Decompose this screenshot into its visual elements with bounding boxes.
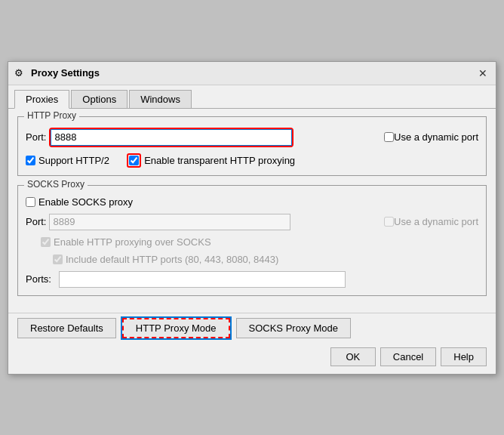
http-port-input-wrapper [49, 128, 293, 147]
support-http2-checkbox[interactable] [26, 156, 35, 165]
http-proxy-content: Port: Use a dynamic port Support HTTP/2 [26, 128, 478, 168]
support-http2-label[interactable]: Support HTTP/2 [26, 155, 109, 166]
socks-dynamic-port-checkbox[interactable] [384, 217, 394, 227]
restore-defaults-button[interactable]: Restore Defaults [17, 318, 116, 338]
proxy-settings-window: ⚙ Proxy Settings ✕ Proxies Options Windo… [8, 61, 496, 375]
socks-port-label: Port: [26, 216, 46, 227]
socks-ports-label: Ports: [26, 273, 51, 285]
tab-options[interactable]: Options [71, 90, 128, 108]
socks-dynamic-port: Use a dynamic port [384, 216, 478, 227]
tab-bar: Proxies Options Windows [8, 85, 496, 109]
socks-proxy-content: Enable SOCKS proxy Port: Use a dynamic p… [26, 196, 478, 288]
window-title: Proxy Settings [31, 67, 100, 79]
socks-port-row: Port: Use a dynamic port [26, 214, 478, 230]
tab-windows[interactable]: Windows [129, 90, 192, 108]
socks-ports-row: Ports: [26, 271, 478, 288]
window-icon: ⚙ [14, 67, 26, 79]
socks-ports-input[interactable] [59, 271, 346, 288]
http-dynamic-port-label: Use a dynamic port [394, 131, 478, 143]
dialog-buttons-bar: OK Cancel Help [8, 343, 496, 374]
socks-proxy-mode-button[interactable]: SOCKS Proxy Mode [236, 318, 352, 338]
http-dynamic-port-checkbox[interactable] [384, 132, 394, 142]
ok-button[interactable]: OK [330, 347, 376, 366]
tab-proxies[interactable]: Proxies [14, 90, 69, 109]
enable-http-socks-row: Enable HTTP proxying over SOCKS [41, 236, 478, 248]
close-button[interactable]: ✕ [476, 66, 490, 80]
enable-http-socks-label[interactable]: Enable HTTP proxying over SOCKS [41, 236, 211, 248]
socks-dynamic-port-label: Use a dynamic port [394, 216, 478, 227]
http-dynamic-port: Use a dynamic port [384, 131, 478, 143]
socks-proxy-label: SOCKS Proxy [24, 179, 88, 190]
help-button[interactable]: Help [441, 347, 487, 366]
cancel-button[interactable]: Cancel [380, 347, 436, 366]
http-proxy-group: HTTP Proxy Port: Use a dynamic port [17, 116, 487, 176]
enable-http-socks-checkbox[interactable] [41, 237, 51, 247]
enable-socks-checkbox[interactable] [26, 197, 35, 207]
enable-socks-label[interactable]: Enable SOCKS proxy [26, 196, 133, 208]
include-default-checkbox[interactable] [53, 255, 63, 264]
http-proxy-label: HTTP Proxy [24, 110, 79, 121]
enable-transparent-checkbox[interactable] [129, 156, 139, 165]
enable-socks-row: Enable SOCKS proxy [26, 196, 478, 208]
enable-transparent-label[interactable]: Enable transparent HTTP proxying [127, 153, 295, 168]
title-bar: ⚙ Proxy Settings ✕ [8, 62, 496, 85]
bottom-buttons-bar: Restore Defaults HTTP Proxy Mode SOCKS P… [8, 313, 496, 343]
http-proxy-mode-button[interactable]: HTTP Proxy Mode [122, 318, 230, 338]
enable-transparent-checkbox-wrapper [127, 153, 141, 168]
http-port-input[interactable] [51, 129, 292, 146]
http-port-row: Port: Use a dynamic port [26, 128, 478, 147]
http-port-label: Port: [26, 131, 46, 143]
http-options-row: Support HTTP/2 Enable transparent HTTP p… [26, 153, 478, 168]
socks-proxy-group: SOCKS Proxy Enable SOCKS proxy Port: Use… [17, 185, 487, 296]
include-default-ports-row: Include default HTTP ports (80, 443, 808… [53, 254, 478, 265]
main-content: HTTP Proxy Port: Use a dynamic port [8, 109, 496, 313]
title-bar-left: ⚙ Proxy Settings [14, 67, 100, 79]
include-default-label[interactable]: Include default HTTP ports (80, 443, 808… [53, 254, 278, 265]
socks-port-input[interactable] [49, 214, 290, 230]
